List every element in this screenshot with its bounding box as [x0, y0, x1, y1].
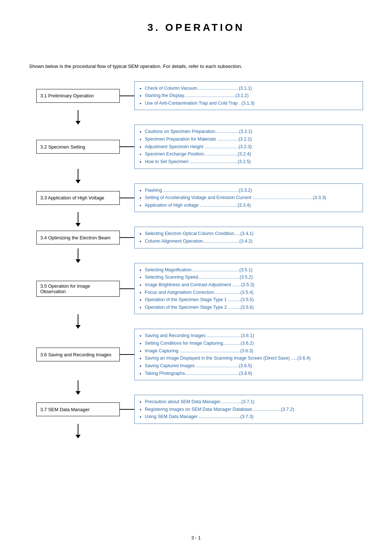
flow-row-step37: 3.7 SEM Data ManagerPrecaution about SEM… [36, 395, 363, 424]
arrow-line-5 [78, 380, 78, 391]
arrow-row-2 [36, 212, 363, 227]
step-box-step37: 3.7 SEM Data Manager [36, 402, 120, 416]
list-item: Specimen Exchange Position..............… [145, 150, 358, 158]
arrow-head-2 [75, 223, 81, 227]
arrow-line-4 [78, 314, 78, 325]
arrow-row-1 [36, 169, 363, 183]
list-item: Taking Photographs......................… [145, 370, 358, 377]
list-item: Selecting Scanning Speed................… [145, 274, 358, 281]
arrow-row-4 [36, 314, 363, 329]
arrow-line-final [78, 424, 78, 435]
flow-row-step31: 3.1 Preliminary OperationCheck of Column… [36, 81, 363, 110]
list-item: Application of High voltage ............… [145, 202, 358, 209]
arrow-down-2 [36, 212, 120, 227]
list-item: Cautions on Specimen Preparation........… [145, 128, 358, 135]
step-box-step33: 3.3 Application of High Voltage [36, 191, 120, 205]
arrow-head-1 [75, 180, 81, 183]
arrow-head-4 [75, 325, 81, 329]
step-box-step36: 3.6 Saving and Recording Images [36, 348, 120, 361]
list-item: Specimen Preparation for Materials .....… [145, 135, 358, 143]
arrow-row-0 [36, 110, 363, 125]
list-item: Saving Captured Images .................… [145, 362, 358, 370]
arrow-head-final [75, 435, 81, 438]
flow-row-step34: 3.4 Optimizing the Electron BeamSelectin… [36, 227, 363, 248]
arrow-head-3 [75, 259, 81, 263]
flow-row-step33: 3.3 Application of High VoltageFlashing … [36, 183, 363, 212]
arrow-down-5 [36, 380, 120, 395]
list-item: Using SEM Data Manager .................… [145, 413, 358, 421]
list-item: Saving and Recording Images ............… [145, 332, 358, 340]
list-item: Selecting Magnification.................… [145, 266, 358, 274]
arrow-row-5 [36, 380, 363, 395]
arrow-down-1 [36, 169, 120, 183]
h-connector-step36 [120, 354, 134, 355]
list-item: Column Alignment Operation..............… [145, 238, 358, 245]
list-item: Focus and Astigmatism Correction........… [145, 289, 358, 296]
arrow-down-3 [36, 248, 120, 263]
arrow-line-1 [78, 169, 78, 180]
step-box-step31: 3.1 Preliminary Operation [36, 89, 120, 103]
h-connector-step33 [120, 198, 134, 198]
page-footer: 3 - 1 [0, 535, 392, 540]
list-item: Check of Column Vacuum..................… [145, 85, 358, 92]
flow-row-step35: 3.5 Operation for Image ObservationSelec… [36, 263, 363, 315]
list-item: Selecting Electron Optical Column Condit… [145, 230, 358, 238]
step-box-step34: 3.4 Optimizing the Electron Beam [36, 231, 120, 244]
list-item: Operation of the Specimen Stage Type 1 .… [145, 296, 358, 304]
arrow-row-final [36, 424, 363, 438]
details-box-step34: Selecting Electron Optical Column Condit… [134, 227, 363, 248]
page: 3. OPERATION Shown below is the procedur… [0, 0, 392, 555]
list-item: How to Set Specimen ....................… [145, 158, 358, 166]
list-item: Starting the Display....................… [145, 92, 358, 100]
list-item: Precaution about SEM Data Manager.......… [145, 398, 358, 406]
arrow-down-0 [36, 110, 120, 125]
details-box-step31: Check of Column Vacuum..................… [134, 81, 363, 110]
h-connector-step34 [120, 237, 134, 238]
arrow-row-3 [36, 248, 363, 263]
arrow-line-0 [78, 110, 78, 121]
list-item: Setting of Accelerating Voltage and Emis… [145, 194, 358, 202]
list-item: Setting Conditions for Image Capturing..… [145, 340, 358, 347]
h-connector-step37 [120, 409, 134, 410]
details-box-step32: Cautions on Specimen Preparation........… [134, 125, 363, 169]
list-item: Flashing ...............................… [145, 187, 358, 194]
arrow-down-4 [36, 314, 120, 329]
flow-container: 3.1 Preliminary OperationCheck of Column… [36, 81, 363, 439]
step-box-step32: 3.2 Specimen Setting [36, 140, 120, 154]
details-box-step33: Flashing ...............................… [134, 183, 363, 212]
step-box-step35: 3.5 Operation for Image Observation [36, 281, 120, 297]
list-item: Image Brightness and Contrast Adjustment… [145, 281, 358, 289]
h-connector-step35 [120, 288, 134, 289]
details-box-step35: Selecting Magnification.................… [134, 263, 363, 315]
h-connector-step32 [120, 146, 134, 147]
arrow-head-5 [75, 391, 81, 395]
flow-row-step36: 3.6 Saving and Recording ImagesSaving an… [36, 329, 363, 380]
list-item: Image Capturing ........................… [145, 347, 358, 355]
details-box-step37: Precaution about SEM Data Manager.......… [134, 395, 363, 424]
arrow-head-0 [75, 121, 81, 125]
arrow-line-3 [78, 248, 78, 259]
list-item: Saving an Image Displayed in the Scannin… [145, 355, 358, 362]
list-item: Use of Anti-Contamination Trap and Cold … [145, 100, 358, 107]
details-box-step36: Saving and Recording Images ............… [134, 329, 363, 380]
arrow-down-final [36, 424, 120, 438]
intro-text: Shown below is the procedural flow of ty… [29, 62, 363, 70]
arrow-line-2 [78, 212, 78, 223]
list-item: Adjustment Specimen Height .............… [145, 143, 358, 151]
list-item: Registering Images on SEM Data Manager D… [145, 406, 358, 413]
list-item: Operation of the Specimen Stage Type 2 .… [145, 304, 358, 311]
page-title: 3. OPERATION [29, 22, 363, 33]
h-connector-step31 [120, 96, 134, 96]
flow-row-step32: 3.2 Specimen SettingCautions on Specimen… [36, 125, 363, 169]
